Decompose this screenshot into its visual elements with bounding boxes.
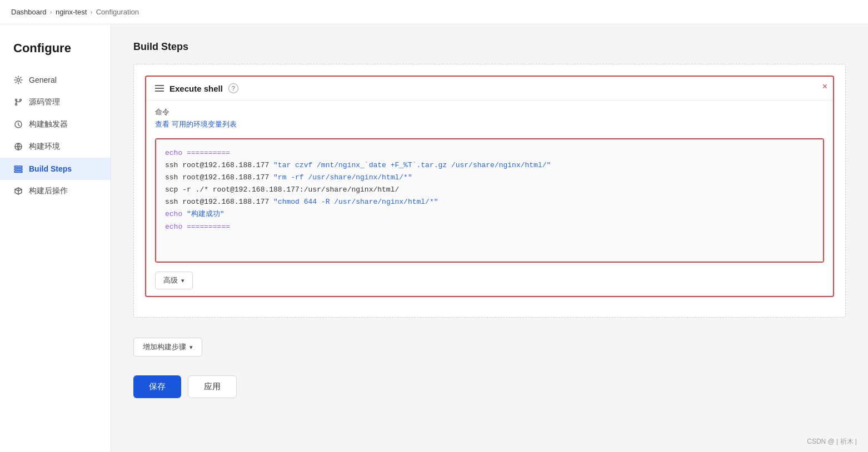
svg-rect-8 (14, 171, 22, 173)
footer-watermark: CSDN @ | 祈木 | (807, 437, 857, 446)
advanced-button[interactable]: 高级 ▾ (155, 272, 193, 289)
sidebar-label-triggers: 构建触发器 (29, 119, 68, 129)
env-vars-link[interactable]: 查看 可用的环境变量列表 (155, 119, 237, 129)
section-title: Build Steps (133, 41, 846, 53)
svg-point-0 (17, 79, 20, 82)
list-icon (13, 164, 23, 174)
sidebar-label-build-steps: Build Steps (29, 164, 72, 173)
svg-rect-6 (14, 166, 22, 168)
execute-shell-title: Execute shell (169, 84, 223, 93)
sidebar-label-env: 构建环境 (29, 142, 60, 152)
sidebar-item-triggers[interactable]: 构建触发器 (0, 113, 111, 135)
sidebar-label-post-build: 构建后操作 (29, 186, 68, 196)
code-display[interactable]: echo ========== ssh root@192.168.188.177… (156, 139, 823, 262)
sidebar: Configure General 源码管理 (0, 24, 111, 452)
main-content: Build Steps Execute shell ? × (111, 24, 868, 452)
svg-rect-7 (14, 169, 22, 170)
breadcrumb-project[interactable]: nginx-test (56, 8, 87, 16)
branch-icon (13, 97, 23, 107)
chevron-down-icon: ▾ (181, 277, 184, 284)
help-icon[interactable]: ? (228, 83, 238, 93)
box-icon (13, 186, 23, 196)
close-button[interactable]: × (822, 82, 827, 91)
gear-icon (13, 75, 23, 85)
breadcrumb-dashboard[interactable]: Dashboard (11, 8, 47, 16)
clock-icon (13, 119, 23, 129)
sidebar-title: Configure (0, 36, 111, 69)
command-label: 命令 (155, 107, 824, 117)
sidebar-item-post-build[interactable]: 构建后操作 (0, 180, 111, 202)
action-buttons: 保存 应用 (133, 375, 846, 398)
code-area-wrapper: echo ========== ssh root@192.168.188.177… (155, 138, 824, 263)
chevron-down-icon: ▾ (189, 344, 193, 351)
apply-button[interactable]: 应用 (188, 375, 237, 398)
execute-shell-body: 命令 查看 可用的环境变量列表 echo ========== ssh root… (146, 101, 833, 296)
breadcrumb-current: Configuration (96, 8, 139, 16)
sidebar-item-source[interactable]: 源码管理 (0, 91, 111, 113)
save-button[interactable]: 保存 (133, 375, 181, 398)
sidebar-label-source: 源码管理 (29, 97, 60, 107)
sidebar-item-general[interactable]: General (0, 69, 111, 91)
add-build-step-button[interactable]: 增加构建步骤 ▾ (133, 338, 202, 356)
globe-icon (13, 142, 23, 152)
sidebar-item-env[interactable]: 构建环境 (0, 135, 111, 158)
execute-shell-header: Execute shell ? × (146, 77, 833, 101)
add-step-label: 增加构建步骤 (143, 342, 186, 352)
sidebar-label-general: General (29, 76, 57, 84)
execute-shell-card: Execute shell ? × 命令 查看 可用的环境变量列表 echo =… (145, 76, 834, 297)
build-steps-outer-container: Execute shell ? × 命令 查看 可用的环境变量列表 echo =… (133, 64, 846, 318)
sidebar-item-build-steps[interactable]: Build Steps (0, 158, 111, 180)
drag-handle-icon[interactable] (155, 85, 164, 92)
advanced-label: 高级 (163, 275, 178, 285)
breadcrumb: Dashboard › nginx-test › Configuration (0, 0, 868, 24)
